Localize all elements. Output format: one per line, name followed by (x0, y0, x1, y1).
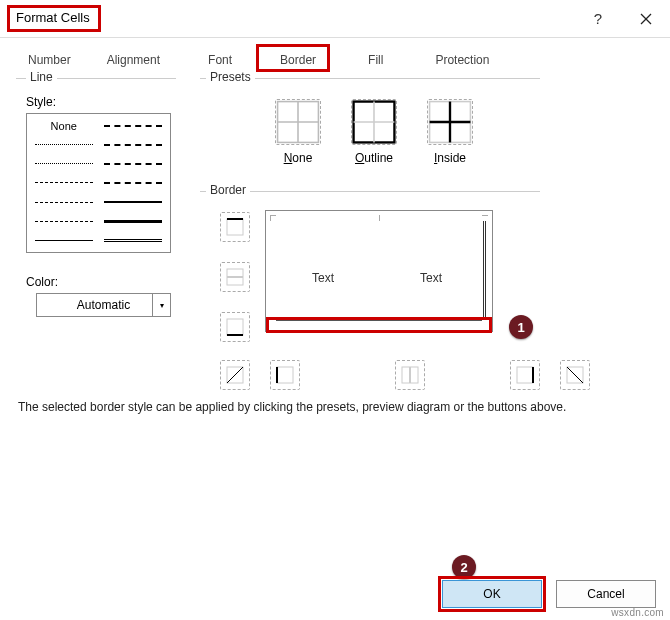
preset-outline-icon (352, 100, 396, 144)
border-diag-up-button[interactable] (220, 360, 250, 390)
preview-right-border (483, 221, 486, 319)
color-label: Color: (26, 275, 176, 289)
color-dropdown[interactable]: Automatic ▾ (36, 293, 171, 317)
border-bottom-icon (225, 317, 245, 337)
svg-line-26 (567, 367, 583, 383)
tab-strip: Number Alignment Font Border Fill Protec… (0, 38, 670, 76)
color-value: Automatic (77, 298, 130, 312)
style-option[interactable] (29, 154, 99, 173)
svg-rect-15 (227, 319, 243, 335)
cancel-button[interactable]: Cancel (556, 580, 656, 608)
preview-text: Text (420, 271, 442, 285)
style-option[interactable] (99, 193, 169, 212)
preset-outline-button[interactable] (351, 99, 397, 145)
titlebar: Format Cells ? (0, 0, 670, 38)
border-top-button[interactable] (220, 212, 250, 242)
border-left-icon (275, 365, 295, 385)
style-option[interactable] (99, 231, 169, 250)
tab-alignment[interactable]: Alignment (89, 46, 178, 76)
border-middle-h-button[interactable] (220, 262, 250, 292)
style-none[interactable]: None (29, 116, 99, 135)
callout-badge-2: 2 (452, 555, 476, 579)
helper-text: The selected border style can be applied… (18, 400, 566, 414)
border-diag-down-button[interactable] (560, 360, 590, 390)
style-option[interactable] (99, 116, 169, 135)
style-option[interactable] (29, 231, 99, 250)
border-left-button[interactable] (270, 360, 300, 390)
border-middle-h-icon (225, 267, 245, 287)
preset-inside-label: Inside (434, 151, 466, 165)
close-button[interactable] (622, 0, 670, 38)
style-option[interactable] (29, 193, 99, 212)
chevron-down-icon: ▾ (152, 294, 170, 316)
border-right-button[interactable] (510, 360, 540, 390)
preview-bottom-border (276, 320, 482, 321)
help-button[interactable]: ? (574, 0, 622, 38)
tab-fill[interactable]: Fill (334, 46, 417, 76)
watermark: wsxdn.com (611, 607, 664, 618)
preset-inside-icon (428, 100, 472, 144)
ok-button[interactable]: OK (442, 580, 542, 608)
svg-rect-23 (517, 367, 533, 383)
line-style-picker[interactable]: None (26, 113, 171, 253)
style-option[interactable] (99, 135, 169, 154)
style-option[interactable] (29, 173, 99, 192)
style-option[interactable] (29, 212, 99, 231)
callout-badge-1: 1 (509, 315, 533, 339)
preset-inside-button[interactable] (427, 99, 473, 145)
presets-group-label: Presets (206, 70, 255, 84)
preview-text: Text (312, 271, 334, 285)
dialog-content: Line Style: None Color: (0, 76, 670, 96)
border-diag-up-icon (225, 365, 245, 385)
line-group: Line Style: None Color: (16, 78, 176, 317)
border-preview[interactable]: Text Text (265, 210, 493, 332)
title-highlight: Format Cells (7, 5, 101, 32)
preset-none-label: None (284, 151, 313, 165)
svg-line-18 (227, 367, 243, 383)
style-option[interactable] (29, 135, 99, 154)
preset-none-icon (276, 100, 320, 144)
style-option[interactable] (99, 212, 169, 231)
line-group-label: Line (26, 70, 57, 84)
svg-rect-19 (277, 367, 293, 383)
svg-rect-11 (227, 219, 243, 235)
window-title: Format Cells (16, 10, 90, 25)
dialog-footer: OK Cancel (442, 580, 656, 608)
border-middle-v-button[interactable] (395, 360, 425, 390)
border-group-label: Border (206, 183, 250, 197)
style-label: Style: (26, 95, 176, 109)
close-icon (640, 13, 652, 25)
preset-outline-label: Outline (355, 151, 393, 165)
border-group: Border Text Text (200, 191, 540, 202)
style-option[interactable] (99, 154, 169, 173)
presets-group: Presets None Outline Inside (200, 78, 540, 165)
border-bottom-button[interactable] (220, 312, 250, 342)
border-middle-v-icon (400, 365, 420, 385)
border-top-icon (225, 217, 245, 237)
border-right-icon (515, 365, 535, 385)
style-option[interactable] (99, 173, 169, 192)
preset-none-button[interactable] (275, 99, 321, 145)
tab-border[interactable]: Border (262, 46, 334, 76)
tab-protection[interactable]: Protection (417, 46, 507, 76)
border-diag-down-icon (565, 365, 585, 385)
